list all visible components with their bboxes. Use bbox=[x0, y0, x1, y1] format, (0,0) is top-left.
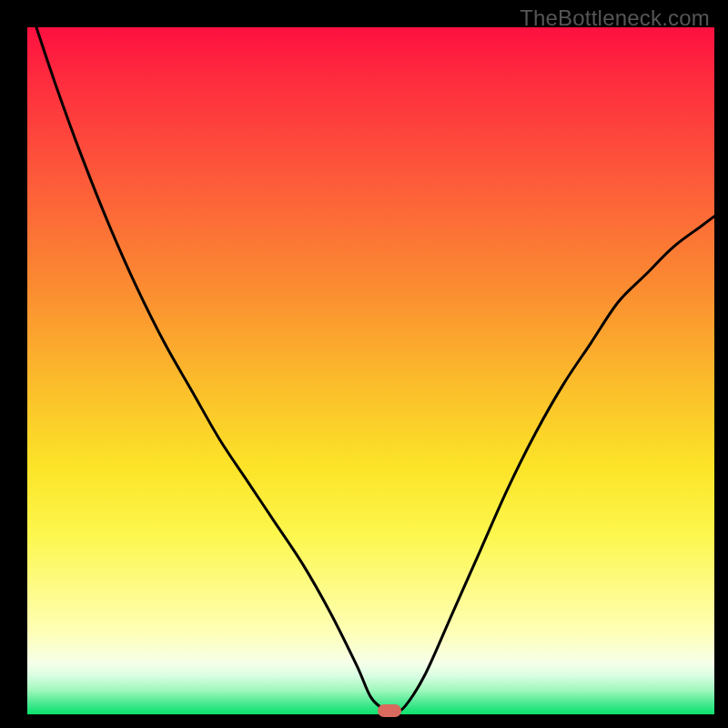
minimum-marker bbox=[378, 704, 401, 717]
gradient-plot-area bbox=[27, 27, 714, 714]
chart-stage: TheBottleneck.com bbox=[0, 0, 728, 728]
watermark-text: TheBottleneck.com bbox=[520, 5, 710, 31]
bottleneck-curve-svg bbox=[27, 27, 714, 714]
bottleneck-curve-path bbox=[27, 0, 714, 712]
